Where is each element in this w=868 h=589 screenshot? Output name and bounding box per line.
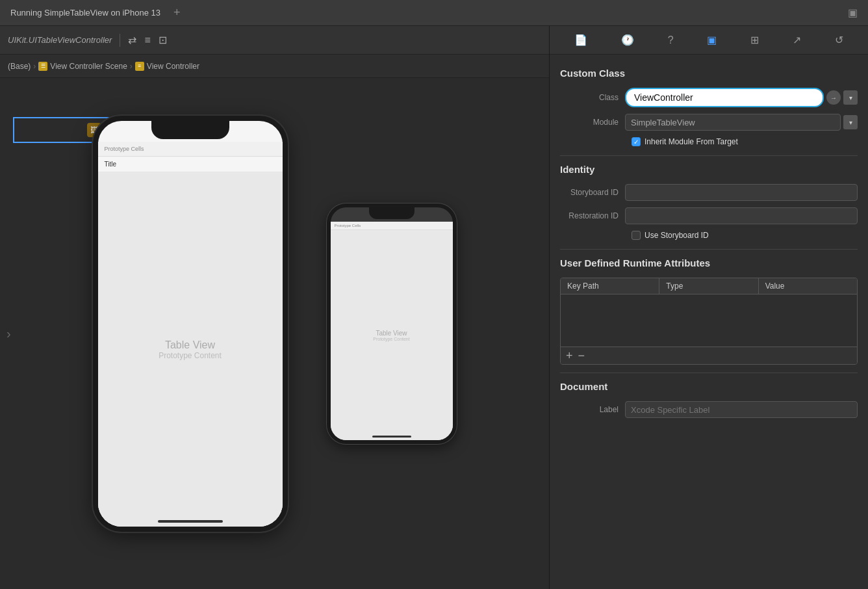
document-label-row: Label [560, 401, 858, 418]
identity-section-title: Identity [560, 164, 858, 175]
iphone-small-body: Table View Prototype Content [331, 230, 453, 440]
iphone-large-table-body: Table View Prototype Content [98, 172, 283, 527]
col-value: Value [759, 278, 857, 294]
toolbar-separator [120, 34, 120, 47]
iphone-large-table-header: Prototype Cells [98, 142, 283, 157]
document-label-label: Label [560, 405, 625, 414]
restoration-id-input[interactable] [625, 207, 858, 224]
add-attribute-button[interactable]: + [566, 350, 573, 361]
col-key-path: Key Path [561, 278, 659, 294]
user-defined-title: User Defined Runtime Attributes [560, 257, 858, 268]
inspector-toolbar: 📄 🕐 ? ▣ ⊞ ↗ ↺ [550, 26, 868, 55]
remove-attribute-button[interactable]: − [578, 350, 585, 361]
use-storyboard-id-label: Use Storyboard ID [645, 231, 709, 240]
iphone-large-tableview-label: Table View [165, 339, 215, 351]
iphone-large-notch [151, 121, 229, 139]
inspector-content: Custom Class Class → ▾ Module SimpleTabl… [550, 55, 868, 589]
class-navigate-button[interactable]: → [826, 90, 841, 105]
class-label: UIKit.UITableViewController [8, 35, 112, 45]
vc-icon: ≡ [135, 62, 144, 71]
left-panel: UIKit.UITableViewController ⇄ ≡ ⊡ (Base)… [0, 26, 550, 589]
iphone-large-prototype-label: Prototype Cells [105, 146, 276, 152]
iphone-small-tableview-label: Table View [376, 330, 407, 337]
user-defined-table-header: Key Path Type Value [561, 278, 857, 294]
user-defined-table-body [561, 294, 857, 347]
iphone-large-content: Prototype Cells Title Table View Prototy… [98, 142, 283, 527]
module-dropdown-button[interactable]: ▾ [843, 115, 858, 129]
iphone-small-prototype-label: Prototype Cells [335, 224, 449, 228]
module-field-label: Module [560, 118, 625, 127]
iphone-small-tableview-sublabel: Prototype Content [373, 337, 409, 341]
storyboard-id-label: Storyboard ID [560, 188, 625, 197]
canvas-area: 🖼 ⊙ ▣ › Prototype Cells Title [0, 78, 549, 589]
custom-class-title: Custom Class [560, 68, 858, 79]
check-mark: ✓ [633, 138, 639, 146]
document-label-input[interactable] [625, 401, 858, 418]
add-editor-icon[interactable]: ⊡ [159, 34, 167, 46]
attributes-inspector-icon[interactable]: ⊞ [745, 31, 764, 49]
use-storyboard-id-checkbox[interactable] [632, 231, 641, 240]
iphone-small-notch [369, 207, 415, 219]
canvas-left-arrow: › [6, 326, 11, 341]
divider-2 [560, 249, 858, 250]
class-field-row: Class → ▾ [560, 88, 858, 107]
right-panel: 📄 🕐 ? ▣ ⊞ ↗ ↺ Custom Class Class → ▾ [550, 26, 868, 589]
back-forward-icon[interactable]: ⇄ [128, 34, 136, 46]
breadcrumb-base[interactable]: (Base) [8, 62, 31, 71]
inherit-checkbox[interactable]: ✓ [632, 137, 641, 146]
class-field-label: Class [560, 93, 625, 102]
class-field-wrapper: → ▾ [625, 88, 858, 107]
iphone-small-header: Prototype Cells [331, 222, 453, 230]
iphone-large-row-label: Title [105, 161, 276, 168]
user-defined-table: Key Path Type Value + − [560, 278, 858, 365]
iphone-large-tableview-sublabel: Prototype Content [159, 351, 222, 360]
file-inspector-icon[interactable]: 📄 [569, 31, 593, 49]
iphone-small-content: Prototype Cells Table View Prototype Con… [331, 222, 453, 440]
iphone-small: Prototype Cells Table View Prototype Con… [327, 203, 457, 444]
help-icon[interactable]: ? [663, 32, 679, 49]
history-icon[interactable]: 🕐 [616, 31, 639, 49]
iphone-large-table-row: Title [98, 157, 283, 172]
breadcrumb: (Base) › ☰ View Controller Scene › ≡ Vie… [0, 55, 549, 78]
identity-inspector-icon[interactable]: ▣ [702, 31, 722, 49]
window-title: Running SimpleTableView on iPhone 13 [10, 8, 160, 18]
module-field-row: Module SimpleTableView ▾ [560, 114, 858, 131]
hierarchy-icon[interactable]: ≡ [144, 34, 150, 46]
inherit-checkbox-label: Inherit Module From Target [645, 137, 738, 146]
storyboard-id-row: Storyboard ID [560, 184, 858, 201]
class-dropdown-button[interactable]: ▾ [843, 90, 858, 105]
iphone-large-home [158, 520, 223, 523]
col-type: Type [659, 278, 758, 294]
breadcrumb-scene[interactable]: ☰ View Controller Scene [38, 62, 127, 71]
iphone-container: Prototype Cells Title Table View Prototy… [93, 116, 457, 532]
use-storyboard-id-row: Use Storyboard ID [632, 231, 858, 240]
layout-icon[interactable]: ▣ [848, 7, 858, 19]
document-section-title: Document [560, 381, 858, 392]
class-input[interactable] [625, 88, 824, 107]
title-bar: Running SimpleTableView on iPhone 13 + ▣ [0, 0, 868, 26]
restoration-id-row: Restoration ID [560, 207, 858, 224]
user-defined-table-footer: + − [561, 347, 857, 364]
module-wrapper: SimpleTableView ▾ [625, 114, 858, 131]
breadcrumb-vc[interactable]: ≡ View Controller [135, 62, 199, 71]
divider-1 [560, 155, 858, 156]
editor-toolbar: UIKit.UITableViewController ⇄ ≡ ⊡ [0, 26, 549, 55]
iphone-small-home [372, 436, 411, 438]
size-inspector-icon[interactable]: ↗ [787, 31, 806, 49]
divider-3 [560, 373, 858, 373]
restoration-id-label: Restoration ID [560, 211, 625, 220]
main-layout: UIKit.UITableViewController ⇄ ≡ ⊡ (Base)… [0, 26, 868, 589]
scene-icon: ☰ [38, 62, 47, 71]
inherit-checkbox-row: ✓ Inherit Module From Target [632, 137, 858, 146]
iphone-large: Prototype Cells Title Table View Prototy… [93, 116, 288, 532]
connections-inspector-icon[interactable]: ↺ [830, 31, 849, 49]
new-tab-button[interactable]: + [173, 6, 181, 20]
module-select[interactable]: SimpleTableView [625, 114, 841, 131]
storyboard-id-input[interactable] [625, 184, 858, 201]
